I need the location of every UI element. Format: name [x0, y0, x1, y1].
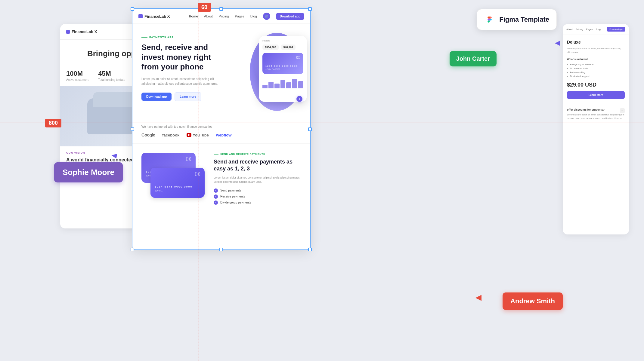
credit-card-mini: )))) 1234 5678 9000 0000 JOHN CARTER: [262, 53, 303, 74]
nav-brand-text: FinanceLab X: [144, 14, 170, 19]
stat-label-funding: Total funding to date: [98, 78, 125, 81]
cursor-right: [475, 295, 481, 301]
hero-section: PAYMENTS APP Send, receive and invest mo…: [132, 24, 310, 120]
webflow-logo: webflow: [216, 133, 231, 137]
hero-tag: PAYMENTS APP: [141, 36, 220, 39]
nav-home[interactable]: Home: [189, 14, 198, 18]
ruler-top-badge: 60: [198, 3, 211, 12]
payments-desc: Lorem ipsum dolor sit amet, consectetur …: [214, 176, 301, 184]
included-list: Everything in Premium No account limits …: [567, 63, 625, 78]
nav-about[interactable]: About: [204, 14, 213, 18]
feature-receive: Receive payments: [214, 194, 301, 199]
hero-tag-text: PAYMENTS APP: [149, 36, 174, 39]
faq-toggle-button[interactable]: −: [620, 108, 625, 113]
nav-download-button[interactable]: Download app: [276, 13, 304, 20]
rp-nav-blog[interactable]: Blog: [596, 28, 601, 31]
learn-more-button-rp[interactable]: Learn More: [567, 91, 625, 99]
cc-nfc-icon: )))): [265, 55, 300, 59]
phone-card: Report $354,200 $48,104 )))) 1234 5678 9…: [259, 36, 307, 102]
card-nfc-back: )))): [146, 156, 191, 161]
figma-badge-text: Figma Template: [499, 16, 549, 23]
sophie-moore-name: Sophie Moore: [63, 168, 114, 177]
google-logo: Google: [141, 133, 155, 137]
cursor-right-arrow-icon: [475, 295, 481, 301]
chart-bar-7: [298, 81, 303, 88]
chart-bar-5: [286, 82, 291, 88]
phone-report-label: Report: [262, 39, 303, 42]
sophie-moore-badge: Sophie Moore: [54, 162, 123, 182]
phone-fab-button[interactable]: +: [296, 96, 302, 102]
rp-nav-pages[interactable]: Pages: [586, 28, 593, 31]
payments-tag: SEND AND RECEIVE PAYMENTS: [214, 153, 301, 155]
feature-send-label: Send payments: [220, 189, 241, 192]
andrew-smith-name: Andrew Smith: [510, 297, 555, 305]
included-item-3: Auto-investing: [567, 71, 625, 74]
feature-divide-label: Divide group payments: [220, 201, 251, 204]
nav-brand: FinanceLab X: [138, 14, 170, 19]
cursor-top-right-arrow-icon: [555, 41, 560, 46]
rp-nav-about[interactable]: About: [566, 28, 573, 31]
cards-section: )))) 1234 5678 9000 0000 JOHN... )))) 12…: [132, 144, 310, 213]
youtube-text: YouTube: [193, 133, 209, 137]
hero-visual: Report $354,200 $48,104 )))) 1234 5678 9…: [232, 27, 310, 117]
payments-content: SEND AND RECEIVE PAYMENTS Send and recei…: [214, 153, 301, 207]
hero-tag-line: [141, 37, 147, 38]
cc-holder: JOHN CARTER: [265, 68, 300, 70]
hero-buttons: Download app Learn more: [141, 92, 220, 101]
amount-2: $48,104: [281, 44, 296, 50]
feature-check-divide: [214, 200, 218, 205]
chart-bar-3: [274, 84, 280, 88]
chart-bar-4: [280, 80, 286, 88]
faq-section: offer discounts for students? − Lorem ip…: [563, 104, 629, 124]
included-item-2: No account limits: [567, 67, 625, 70]
hero-content: PAYMENTS APP Send, receive and invest mo…: [141, 36, 220, 101]
payments-features: Send payments Receive payments Divide gr…: [214, 188, 301, 205]
partners-title: We have partnered with top notch finance…: [141, 125, 301, 128]
nav-brand-icon: [138, 14, 143, 18]
card-nfc-front: )))): [155, 171, 200, 176]
learn-more-button[interactable]: Learn more: [175, 92, 201, 101]
rp-download-button[interactable]: Download app: [607, 27, 625, 32]
feature-check-send: [214, 188, 218, 193]
feature-receive-label: Receive payments: [220, 195, 245, 198]
right-panel-nav: About Pricing Pages Blog Download app: [563, 24, 629, 35]
pricing-section: Deluxe Lorem ipsum dolor sit amet, conse…: [563, 35, 629, 104]
stat-num-funding: 45M: [98, 70, 125, 78]
amount-1: $354,200: [262, 44, 279, 50]
nav-cart-icon[interactable]: 🛒: [263, 13, 270, 20]
stat-num-customers: 100M: [66, 70, 89, 78]
main-nav: FinanceLab X Home About Pricing Pages Bl…: [132, 9, 310, 24]
nav-pricing[interactable]: Pricing: [219, 14, 229, 18]
plan-desc: Lorem ipsum dolor sit amet, consectetur …: [567, 47, 625, 54]
nav-pages[interactable]: Pages: [235, 14, 244, 18]
feature-divide: Divide group payments: [214, 200, 301, 205]
chart-bar-6: [292, 79, 297, 88]
chart-bar-2: [268, 82, 274, 88]
nav-blog[interactable]: Blog: [250, 14, 257, 18]
canvas: 60 800 FinanceLab X Bringing opportuniti…: [0, 0, 644, 361]
partners-logos: Google facebook YouTube webflow: [141, 133, 301, 137]
stat-customers: 100M Active customers: [66, 70, 89, 81]
youtube-icon: [187, 133, 191, 137]
feature-send: Send payments: [214, 188, 301, 193]
rp-nav-pricing[interactable]: Pricing: [576, 28, 583, 31]
plan-name: Deluxe: [567, 40, 625, 44]
pricing-price: $29.00 USD: [567, 82, 625, 88]
card-name-front: JOHN...: [155, 189, 200, 192]
chart-bar-1: [262, 85, 268, 88]
card-number-front: 1234 5678 9000 0000: [155, 185, 200, 188]
payments-tag-line: [214, 154, 218, 154]
payments-title: Send and receive payments as easy as 1, …: [214, 158, 301, 173]
right-panel: About Pricing Pages Blog Download app De…: [563, 24, 629, 234]
youtube-logo: YouTube: [187, 133, 209, 137]
faq-question: offer discounts for students?: [567, 108, 605, 111]
stat-label-customers: Active customers: [66, 78, 89, 81]
download-app-button[interactable]: Download app: [141, 93, 172, 101]
cursor-left: [111, 153, 117, 158]
john-carter-name: John Carter: [456, 55, 490, 62]
john-carter-badge: John Carter: [450, 51, 497, 66]
main-panel: FinanceLab X Home About Pricing Pages Bl…: [132, 9, 310, 249]
whats-included-label: What's included:: [567, 58, 625, 61]
feature-check-receive: [214, 194, 218, 199]
phone-chart: [262, 76, 303, 88]
